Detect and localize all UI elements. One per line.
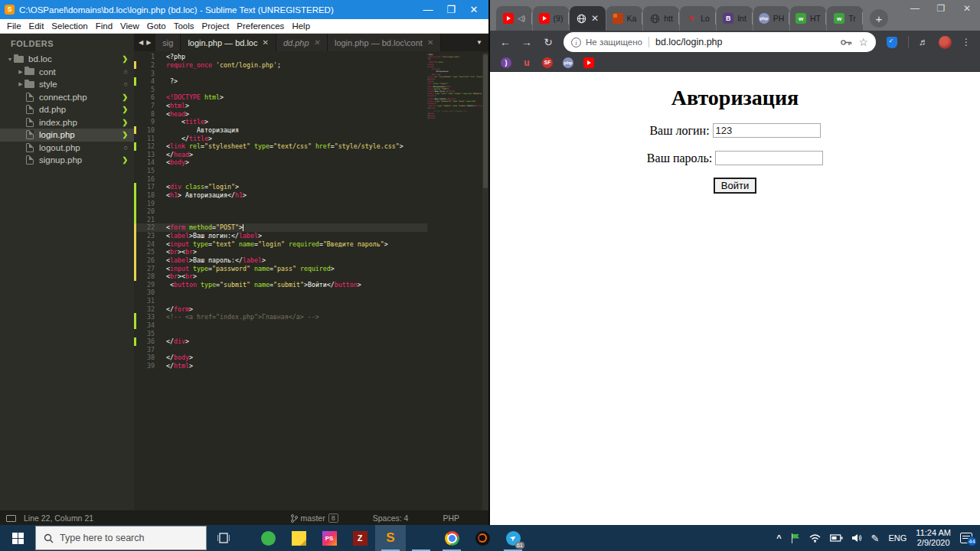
extension-icon[interactable]: ♬ (919, 37, 928, 47)
browser-tab[interactable]: htt (643, 6, 679, 31)
url-text[interactable]: bd.loc/login.php (655, 37, 835, 47)
git-branch[interactable]: master (301, 514, 325, 523)
maximize-icon[interactable]: ❐ (928, 0, 954, 17)
code-line-22[interactable]: 22<form method="POST"> (134, 223, 427, 232)
code-line-30[interactable]: 30 (134, 289, 427, 297)
bookmark-php[interactable]: php (563, 57, 573, 68)
editor-tab[interactable]: sig (155, 34, 181, 51)
bookmark-star-icon[interactable]: ☆ (858, 36, 868, 48)
code-line-38[interactable]: 38</body> (134, 354, 427, 362)
taskbar-search[interactable]: Type here to search (35, 526, 207, 550)
folder-expand-icon[interactable]: ▼ (6, 57, 14, 62)
code-line-17[interactable]: 17<div class="login"> (134, 183, 427, 191)
code-line-6[interactable]: 6<!DOCTYPE html> (134, 93, 427, 102)
sidebar-item-dd-php[interactable]: dd.php❯ (0, 103, 134, 116)
clock[interactable]: 11:24 AM 2/9/2020 (916, 528, 951, 548)
code-line-24[interactable]: 24<input type="text" name="login" requir… (134, 240, 427, 248)
minimize-icon[interactable]: — (902, 0, 928, 17)
editor-tab[interactable]: dd.php✕ (276, 34, 328, 51)
code-line-23[interactable]: 23<label>Ваш логин:</label> (134, 232, 427, 240)
bookmark-youtube[interactable] (583, 57, 594, 68)
battery-icon[interactable] (830, 534, 843, 542)
taskbar-app-skype[interactable] (253, 525, 283, 551)
sublime-titlebar[interactable]: S C:\OSPanel\domains\bd.loc\login.php (b… (0, 0, 488, 19)
menu-tools[interactable]: Tools (170, 21, 198, 31)
code-line-19[interactable]: 19 (134, 199, 427, 207)
login-input[interactable] (713, 123, 821, 138)
tab-audio-icon[interactable]: ◁) (518, 15, 525, 22)
code-line-25[interactable]: 25<br><br> (134, 248, 427, 256)
bookmark-osu[interactable]: ) (501, 57, 511, 68)
minimize-icon[interactable]: — (416, 0, 439, 19)
sidebar-item-style[interactable]: ▶style○ (0, 78, 134, 91)
security-label[interactable]: Не защищено (586, 37, 642, 47)
menu-preferences[interactable]: Preferences (233, 21, 288, 31)
tab-close-icon[interactable]: ✕ (263, 38, 269, 47)
code-editor[interactable]: 1<?php2require_once 'cont/login.php';34 … (134, 53, 427, 510)
code-line-32[interactable]: 32</form> (134, 305, 427, 313)
new-tab-button[interactable]: + (870, 9, 888, 28)
code-line-36[interactable]: 36</div> (134, 337, 427, 346)
taskbar-app-phpstorm[interactable]: PS (314, 525, 345, 551)
maximize-icon[interactable]: ❐ (439, 0, 462, 19)
menu-selection[interactable]: Selection (47, 21, 91, 31)
code-line-21[interactable]: 21 (134, 216, 427, 224)
menu-find[interactable]: Find (92, 21, 116, 31)
editor-tab[interactable]: login.php — bd.loc✕ (181, 34, 276, 51)
submit-button[interactable]: Войти (714, 178, 756, 194)
sidebar-item-cont[interactable]: ▶cont○ (0, 66, 134, 79)
browser-tab[interactable]: wTr (827, 6, 863, 31)
browser-tab[interactable]: wHT (790, 6, 826, 31)
menu-goto[interactable]: Goto (143, 21, 170, 31)
code-line-3[interactable]: 3 (134, 69, 427, 77)
code-line-16[interactable]: 16 (134, 174, 427, 183)
code-line-34[interactable]: 34 (134, 321, 427, 330)
menu-view[interactable]: View (116, 21, 143, 31)
code-line-28[interactable]: 28<br><br> (134, 272, 427, 281)
code-line-11[interactable]: 11 </title> (134, 134, 427, 142)
back-icon[interactable]: ← (496, 36, 514, 48)
sidebar-item-connect-php[interactable]: connect.php❯ (0, 91, 134, 104)
wifi-icon[interactable] (809, 534, 821, 543)
browser-tab[interactable]: BInt (717, 6, 753, 31)
tab-close-icon[interactable]: ✕ (314, 38, 320, 47)
taskbar-app-zeal[interactable]: Z (345, 525, 375, 551)
menu-help[interactable]: Help (288, 21, 314, 31)
adblock-shield-icon[interactable] (887, 37, 897, 48)
code-line-15[interactable]: 15 (134, 167, 427, 175)
code-line-29[interactable]: 29 <button type="submit" name="submit">В… (134, 281, 427, 289)
language-indicator[interactable]: ENG (888, 533, 906, 543)
password-key-icon[interactable] (841, 39, 852, 46)
code-line-31[interactable]: 31 (134, 297, 427, 305)
address-bar[interactable]: i Не защищено bd.loc/login.php ☆ (564, 32, 876, 52)
windows-ink-pen-icon[interactable]: ✎ (871, 533, 880, 544)
sidebar-item-signup-php[interactable]: signup.php❯ (0, 154, 134, 167)
browser-tab[interactable]: (9) (533, 6, 569, 31)
code-line-2[interactable]: 2require_once 'cont/login.php'; (134, 61, 427, 70)
chrome-menu-icon[interactable]: ⋮ (962, 37, 971, 47)
code-line-5[interactable]: 5 (134, 86, 427, 94)
folder-collapse-icon[interactable]: ▶ (17, 69, 24, 75)
taskbar-app-explorer[interactable] (406, 525, 436, 551)
minimap[interactable]: <?phprequire_once 'cont/login.php'; ?><!… (427, 53, 482, 510)
ospanel-flag-icon[interactable] (791, 533, 800, 543)
sidebar-item-index-php[interactable]: index.php❯ (0, 116, 134, 129)
task-view-button[interactable] (207, 525, 240, 551)
hidden-icons-chevron[interactable]: ^ (776, 533, 781, 543)
editor-tab[interactable]: login.php — bd.loc\cont✕ (328, 34, 441, 51)
code-line-7[interactable]: 7<html> (134, 102, 427, 110)
start-button[interactable] (0, 525, 35, 551)
layout-icon[interactable] (6, 515, 16, 522)
profile-avatar[interactable] (939, 36, 952, 49)
tab-next-icon[interactable]: ▶ (146, 39, 151, 46)
browser-tab[interactable]: ✕ (570, 6, 606, 31)
tab-overflow-icon[interactable]: ▼ (470, 34, 488, 51)
bookmark-sf[interactable]: SF (542, 57, 553, 68)
action-center-icon[interactable]: 44 (960, 533, 972, 543)
browser-tab[interactable]: Ka (606, 6, 642, 31)
sidebar-item-login-php[interactable]: login.php❯ (0, 129, 134, 142)
sidebar-item-bd-loc[interactable]: ▼bd.loc❯ (0, 53, 134, 66)
browser-tab[interactable]: phpPH (753, 6, 789, 31)
browser-tab[interactable]: ◁) (496, 6, 532, 31)
code-line-8[interactable]: 8<head> (134, 109, 427, 118)
